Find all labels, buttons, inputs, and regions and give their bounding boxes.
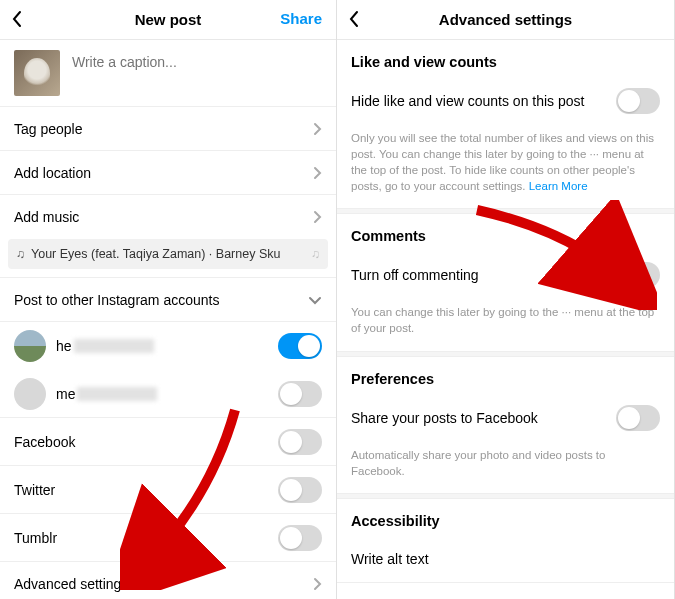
music-suggestion-chip[interactable]: ♫ Your Eyes (feat. Taqiya Zaman) · Barne… <box>8 239 328 269</box>
tumblr-label: Tumblr <box>14 530 278 546</box>
facebook-toggle[interactable] <box>278 429 322 455</box>
tag-people-label: Tag people <box>14 121 312 137</box>
preferences-help: Automatically share your photo and video… <box>337 441 674 493</box>
music-note-icon: ♫ <box>311 247 320 261</box>
twitter-row: Twitter <box>0 466 336 514</box>
add-location-row[interactable]: Add location <box>0 151 336 195</box>
learn-more-link[interactable]: Learn More <box>529 180 588 192</box>
tag-people-row[interactable]: Tag people <box>0 107 336 151</box>
music-note-icon: ♫ <box>16 247 25 261</box>
facebook-row: Facebook <box>0 418 336 466</box>
chevron-right-icon <box>312 577 322 591</box>
share-facebook-label: Share your posts to Facebook <box>351 410 538 426</box>
turn-off-commenting-row: Turn off commenting <box>337 252 674 298</box>
avatar <box>14 330 46 362</box>
header: Advanced settings <box>337 0 674 40</box>
header: New post Share <box>0 0 336 40</box>
music-chip-label: Your Eyes (feat. Taqiya Zaman) · Barney … <box>31 247 280 261</box>
add-music-label: Add music <box>14 209 312 225</box>
redacted-text <box>77 387 157 401</box>
page-title: Advanced settings <box>439 11 572 28</box>
twitter-label: Twitter <box>14 482 278 498</box>
post-other-label: Post to other Instagram accounts <box>14 292 308 308</box>
chevron-right-icon <box>312 210 322 224</box>
add-music-row[interactable]: Add music <box>0 195 336 239</box>
avatar <box>14 378 46 410</box>
turn-off-commenting-label: Turn off commenting <box>351 267 479 283</box>
chevron-right-icon <box>312 122 322 136</box>
chevron-down-icon <box>308 295 322 305</box>
back-icon[interactable] <box>10 10 24 28</box>
share-facebook-toggle[interactable] <box>616 405 660 431</box>
chevron-right-icon <box>312 166 322 180</box>
advanced-settings-row[interactable]: Advanced settings <box>0 562 336 599</box>
section-heading-likes: Like and view counts <box>337 40 674 78</box>
hide-likes-label: Hide like and view counts on this post <box>351 93 584 109</box>
hide-likes-help: Only you will see the total number of li… <box>337 124 674 208</box>
back-icon[interactable] <box>347 10 361 28</box>
account-row: me <box>0 370 336 418</box>
post-other-accounts-row[interactable]: Post to other Instagram accounts <box>0 278 336 322</box>
account-row: he <box>0 322 336 370</box>
twitter-toggle[interactable] <box>278 477 322 503</box>
section-heading-comments: Comments <box>337 214 674 252</box>
account-toggle[interactable] <box>278 381 322 407</box>
account-name: me <box>56 386 75 402</box>
tumblr-toggle[interactable] <box>278 525 322 551</box>
advanced-settings-label: Advanced settings <box>14 576 312 592</box>
post-thumbnail[interactable] <box>14 50 60 96</box>
page-title: New post <box>135 11 202 28</box>
section-heading-accessibility: Accessibility <box>337 499 674 537</box>
redacted-text <box>74 339 154 353</box>
tumblr-row: Tumblr <box>0 514 336 562</box>
add-location-label: Add location <box>14 165 312 181</box>
hide-likes-toggle[interactable] <box>616 88 660 114</box>
hide-likes-row: Hide like and view counts on this post <box>337 78 674 124</box>
facebook-label: Facebook <box>14 434 278 450</box>
section-heading-preferences: Preferences <box>337 357 674 395</box>
comments-help: You can change this later by going to th… <box>337 298 674 350</box>
account-name: he <box>56 338 72 354</box>
caption-row <box>0 40 336 107</box>
caption-input[interactable] <box>72 54 322 70</box>
share-facebook-row: Share your posts to Facebook <box>337 395 674 441</box>
account-toggle[interactable] <box>278 333 322 359</box>
write-alt-text-row[interactable]: Write alt text <box>337 537 674 583</box>
turn-off-commenting-toggle[interactable] <box>616 262 660 288</box>
share-button[interactable]: Share <box>280 10 322 27</box>
write-alt-text-label: Write alt text <box>351 551 429 567</box>
